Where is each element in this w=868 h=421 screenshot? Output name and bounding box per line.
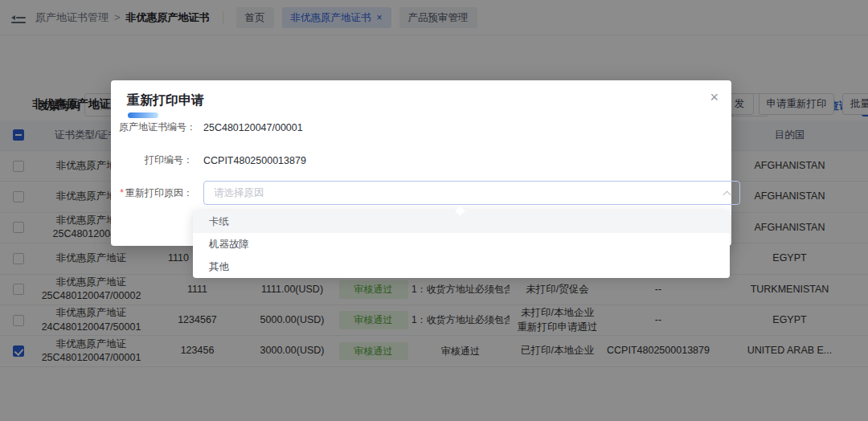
dropdown-option-other[interactable]: 其他 [193, 255, 730, 278]
cert-no-value: 25C480120047/00001 [203, 122, 303, 133]
chevron-up-icon [723, 190, 731, 198]
reprint-reason-select[interactable]: 请选择原因 [203, 181, 740, 205]
title-accent-bar [128, 112, 158, 118]
print-no-label: 打印编号： [119, 153, 193, 167]
modal-title: 重新打印申请 [127, 92, 204, 109]
dropdown-option-machine-failure[interactable]: 机器故障 [193, 233, 730, 255]
reprint-reason-label: *重新打印原因： [119, 186, 193, 200]
close-icon[interactable]: × [710, 90, 719, 104]
cert-no-label: 原产地证书编号： [119, 121, 193, 134]
reason-dropdown: 卡纸 机器故障 其他 [193, 210, 730, 278]
print-no-value: CCPIT4802500013879 [203, 155, 306, 166]
required-asterisk: * [120, 187, 124, 198]
